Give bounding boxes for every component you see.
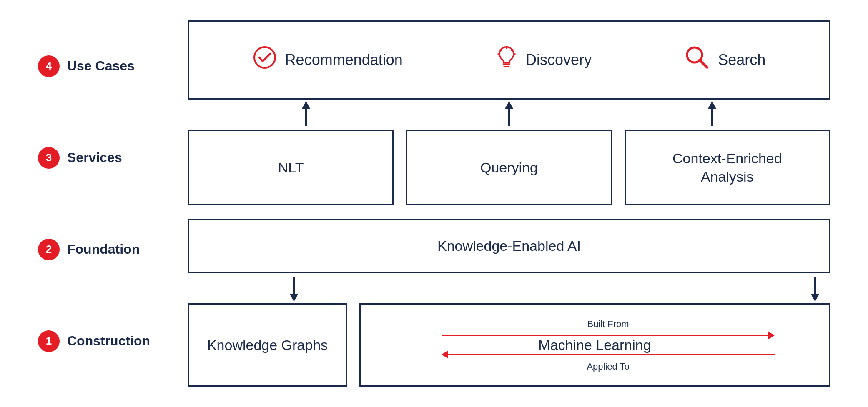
built-from-arrow-head [768, 331, 775, 340]
search-icon [685, 45, 710, 75]
service-nlt-box: NLT [188, 130, 394, 205]
svg-line-9 [700, 60, 707, 67]
built-from-label: Built From [585, 319, 631, 330]
construction-row: Knowledge Graphs Built From [188, 303, 830, 387]
svg-marker-19 [811, 294, 819, 302]
label-use-cases: 4 Use Cases [38, 55, 176, 77]
badge-use-cases: 4 [38, 55, 60, 77]
foundation-row: Knowledge-Enabled AI [188, 219, 830, 273]
use-case-discovery: Discovery [496, 45, 592, 75]
applied-to-arrow-head [442, 350, 448, 359]
label-foundation: 2 Foundation [38, 239, 176, 260]
spacer-mid [188, 205, 830, 218]
labels-column: 4 Use Cases 3 Services 2 Foundation 1 Co… [38, 20, 188, 387]
search-label: Search [718, 51, 765, 69]
label-text-use-cases: Use Cases [67, 58, 135, 74]
arrow-nlt-up [206, 101, 406, 128]
diagram: 4 Use Cases 3 Services 2 Foundation 1 Co… [38, 20, 830, 387]
discovery-label: Discovery [526, 51, 592, 69]
svg-marker-15 [708, 101, 716, 109]
lightbulb-icon [496, 45, 517, 75]
service-nlt-label: NLT [278, 158, 304, 177]
services-row: NLT Querying Context-Enriched Analysis [188, 130, 830, 205]
use-case-recommendation: Recommendation [253, 45, 403, 75]
badge-construction: 1 [38, 330, 60, 352]
service-querying-label: Querying [480, 158, 538, 177]
svg-line-5 [512, 49, 513, 50]
badge-foundation: 2 [38, 239, 60, 260]
middle-arrows: Built From Applied To [400, 331, 816, 359]
arrow-querying-up [409, 101, 610, 128]
service-querying-box: Querying [406, 130, 612, 205]
knowledge-graphs-box: Knowledge Graphs [188, 303, 347, 387]
arrow-kg-down [188, 275, 400, 302]
svg-point-0 [254, 47, 275, 68]
svg-marker-17 [290, 294, 298, 302]
arrow-ml-down [400, 275, 830, 302]
service-context-label: Context-Enriched Analysis [672, 149, 782, 186]
arrow-context-up [612, 101, 813, 128]
label-text-construction: Construction [67, 333, 150, 349]
label-text-foundation: Foundation [67, 242, 140, 257]
label-text-services: Services [67, 150, 122, 165]
recommendation-label: Recommendation [285, 51, 403, 69]
svg-marker-13 [505, 101, 513, 109]
knowledge-graphs-label: Knowledge Graphs [207, 337, 328, 353]
arrows-up-to-use-cases [188, 100, 830, 129]
use-case-search: Search [685, 45, 765, 75]
check-circle-icon [253, 45, 277, 75]
svg-marker-11 [302, 101, 310, 109]
badge-services: 3 [38, 147, 60, 169]
content-column: Recommendation [188, 20, 830, 387]
label-construction: 1 Construction [38, 330, 176, 352]
label-services: 3 Services [38, 147, 176, 169]
foundation-label: Knowledge-Enabled AI [437, 238, 581, 254]
arrows-down-from-foundation [188, 274, 830, 303]
applied-to-label: Applied To [584, 361, 632, 372]
svg-line-4 [500, 49, 502, 50]
use-cases-row: Recommendation [188, 20, 830, 100]
use-cases-box: Recommendation [188, 20, 830, 100]
foundation-box: Knowledge-Enabled AI [188, 219, 830, 273]
service-context-box: Context-Enriched Analysis [625, 130, 830, 205]
